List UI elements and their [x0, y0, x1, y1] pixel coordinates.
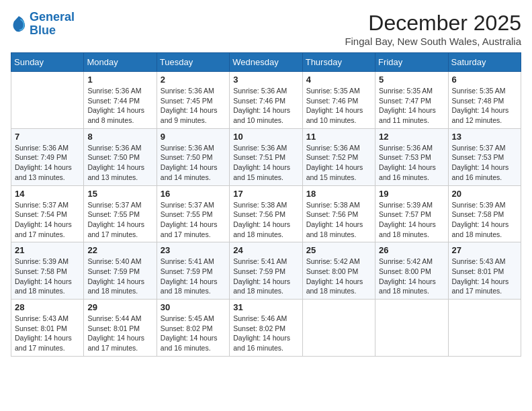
day-info: Sunrise: 5:36 AM Sunset: 7:50 PM Dayligh… [161, 143, 226, 183]
day-header-saturday: Saturday [448, 53, 521, 72]
calendar-cell: 3Sunrise: 5:36 AM Sunset: 7:46 PM Daylig… [230, 72, 302, 129]
calendar-cell [11, 72, 84, 129]
day-info: Sunrise: 5:35 AM Sunset: 7:46 PM Dayligh… [306, 86, 371, 126]
day-number: 10 [233, 132, 298, 142]
day-info: Sunrise: 5:36 AM Sunset: 7:49 PM Dayligh… [15, 143, 80, 183]
day-header-monday: Monday [84, 53, 157, 72]
calendar-cell: 6Sunrise: 5:35 AM Sunset: 7:48 PM Daylig… [448, 72, 521, 129]
day-info: Sunrise: 5:39 AM Sunset: 7:58 PM Dayligh… [15, 257, 80, 296]
day-info: Sunrise: 5:38 AM Sunset: 7:56 PM Dayligh… [233, 200, 298, 240]
day-info: Sunrise: 5:44 AM Sunset: 8:01 PM Dayligh… [87, 314, 152, 353]
logo-blue: Blue [30, 24, 75, 38]
calendar-cell: 23Sunrise: 5:41 AM Sunset: 7:59 PM Dayli… [157, 242, 229, 300]
calendar-cell: 28Sunrise: 5:43 AM Sunset: 8:01 PM Dayli… [11, 300, 84, 357]
week-row-2: 7Sunrise: 5:36 AM Sunset: 7:49 PM Daylig… [11, 128, 521, 185]
day-info: Sunrise: 5:42 AM Sunset: 8:00 PM Dayligh… [306, 257, 371, 296]
day-info: Sunrise: 5:37 AM Sunset: 7:55 PM Dayligh… [87, 200, 152, 240]
day-number: 14 [15, 189, 80, 199]
day-info: Sunrise: 5:35 AM Sunset: 7:47 PM Dayligh… [379, 86, 444, 126]
day-number: 28 [15, 302, 80, 312]
calendar-cell: 4Sunrise: 5:35 AM Sunset: 7:46 PM Daylig… [302, 72, 375, 129]
calendar-cell: 11Sunrise: 5:36 AM Sunset: 7:52 PM Dayli… [302, 128, 375, 185]
day-info: Sunrise: 5:36 AM Sunset: 7:45 PM Dayligh… [161, 86, 226, 126]
calendar-cell: 16Sunrise: 5:37 AM Sunset: 7:55 PM Dayli… [157, 185, 229, 242]
day-info: Sunrise: 5:38 AM Sunset: 7:56 PM Dayligh… [306, 200, 371, 240]
day-number: 6 [452, 75, 517, 85]
day-info: Sunrise: 5:40 AM Sunset: 7:59 PM Dayligh… [87, 257, 152, 296]
day-number: 31 [233, 302, 298, 312]
day-info: Sunrise: 5:41 AM Sunset: 7:59 PM Dayligh… [233, 257, 298, 296]
day-number: 26 [379, 245, 444, 255]
day-number: 19 [379, 189, 444, 199]
day-number: 15 [87, 189, 152, 199]
calendar-cell [375, 300, 448, 357]
day-number: 22 [87, 245, 152, 255]
calendar-cell [302, 300, 375, 357]
day-number: 24 [233, 245, 298, 255]
calendar-cell: 10Sunrise: 5:36 AM Sunset: 7:51 PM Dayli… [230, 128, 302, 185]
day-info: Sunrise: 5:39 AM Sunset: 7:58 PM Dayligh… [452, 200, 517, 240]
calendar-cell: 21Sunrise: 5:39 AM Sunset: 7:58 PM Dayli… [11, 242, 84, 300]
day-number: 11 [306, 132, 371, 142]
calendar-header-row: SundayMondayTuesdayWednesdayThursdayFrid… [11, 53, 521, 72]
day-header-tuesday: Tuesday [157, 53, 229, 72]
day-number: 25 [306, 245, 371, 255]
day-info: Sunrise: 5:36 AM Sunset: 7:50 PM Dayligh… [87, 143, 152, 183]
day-info: Sunrise: 5:39 AM Sunset: 7:57 PM Dayligh… [379, 200, 444, 240]
calendar-cell: 7Sunrise: 5:36 AM Sunset: 7:49 PM Daylig… [11, 128, 84, 185]
calendar-cell: 15Sunrise: 5:37 AM Sunset: 7:55 PM Dayli… [84, 185, 157, 242]
day-number: 1 [87, 75, 152, 85]
day-info: Sunrise: 5:37 AM Sunset: 7:55 PM Dayligh… [161, 200, 226, 240]
day-number: 18 [306, 189, 371, 199]
day-info: Sunrise: 5:43 AM Sunset: 8:01 PM Dayligh… [452, 257, 517, 296]
calendar-cell: 14Sunrise: 5:37 AM Sunset: 7:54 PM Dayli… [11, 185, 84, 242]
day-number: 4 [306, 75, 371, 85]
day-info: Sunrise: 5:37 AM Sunset: 7:54 PM Dayligh… [15, 200, 80, 240]
day-header-friday: Friday [375, 53, 448, 72]
day-info: Sunrise: 5:35 AM Sunset: 7:48 PM Dayligh… [452, 86, 517, 126]
day-number: 9 [161, 132, 226, 142]
day-number: 5 [379, 75, 444, 85]
logo-general: General [30, 10, 75, 24]
calendar-cell: 5Sunrise: 5:35 AM Sunset: 7:47 PM Daylig… [375, 72, 448, 129]
calendar-cell: 18Sunrise: 5:38 AM Sunset: 7:56 PM Dayli… [302, 185, 375, 242]
day-number: 17 [233, 189, 298, 199]
week-row-3: 14Sunrise: 5:37 AM Sunset: 7:54 PM Dayli… [11, 185, 521, 242]
calendar-cell: 13Sunrise: 5:37 AM Sunset: 7:53 PM Dayli… [448, 128, 521, 185]
day-info: Sunrise: 5:36 AM Sunset: 7:46 PM Dayligh… [233, 86, 298, 126]
week-row-1: 1Sunrise: 5:36 AM Sunset: 7:44 PM Daylig… [11, 72, 521, 129]
day-header-wednesday: Wednesday [230, 53, 302, 72]
day-info: Sunrise: 5:41 AM Sunset: 7:59 PM Dayligh… [161, 257, 226, 296]
calendar-cell: 29Sunrise: 5:44 AM Sunset: 8:01 PM Dayli… [84, 300, 157, 357]
calendar-cell: 8Sunrise: 5:36 AM Sunset: 7:50 PM Daylig… [84, 128, 157, 185]
day-number: 8 [87, 132, 152, 142]
calendar-cell: 25Sunrise: 5:42 AM Sunset: 8:00 PM Dayli… [302, 242, 375, 300]
calendar-cell: 20Sunrise: 5:39 AM Sunset: 7:58 PM Dayli… [448, 185, 521, 242]
day-info: Sunrise: 5:36 AM Sunset: 7:44 PM Dayligh… [87, 86, 152, 126]
day-info: Sunrise: 5:36 AM Sunset: 7:52 PM Dayligh… [306, 143, 371, 183]
day-info: Sunrise: 5:37 AM Sunset: 7:53 PM Dayligh… [452, 143, 517, 183]
day-header-sunday: Sunday [11, 53, 84, 72]
day-info: Sunrise: 5:45 AM Sunset: 8:02 PM Dayligh… [161, 314, 226, 353]
day-number: 21 [15, 245, 80, 255]
day-number: 29 [87, 302, 152, 312]
calendar-cell: 1Sunrise: 5:36 AM Sunset: 7:44 PM Daylig… [84, 72, 157, 129]
day-number: 13 [452, 132, 517, 142]
day-number: 20 [452, 189, 517, 199]
logo-text: General Blue [30, 11, 75, 38]
day-info: Sunrise: 5:42 AM Sunset: 8:00 PM Dayligh… [379, 257, 444, 296]
calendar-cell: 9Sunrise: 5:36 AM Sunset: 7:50 PM Daylig… [157, 128, 229, 185]
day-number: 16 [161, 189, 226, 199]
logo: General Blue [11, 11, 75, 38]
day-number: 30 [161, 302, 226, 312]
title-area: December 2025 Fingal Bay, New South Wale… [345, 11, 521, 47]
header: General Blue December 2025 Fingal Bay, N… [11, 11, 521, 47]
logo-icon [11, 15, 27, 34]
day-number: 27 [452, 245, 517, 255]
calendar: SundayMondayTuesdayWednesdayThursdayFrid… [11, 52, 521, 357]
day-info: Sunrise: 5:46 AM Sunset: 8:02 PM Dayligh… [233, 314, 298, 353]
calendar-cell: 17Sunrise: 5:38 AM Sunset: 7:56 PM Dayli… [230, 185, 302, 242]
week-row-4: 21Sunrise: 5:39 AM Sunset: 7:58 PM Dayli… [11, 242, 521, 300]
calendar-cell: 12Sunrise: 5:36 AM Sunset: 7:53 PM Dayli… [375, 128, 448, 185]
day-number: 23 [161, 245, 226, 255]
